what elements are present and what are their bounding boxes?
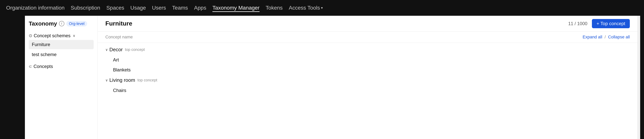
nav-users[interactable]: Users bbox=[152, 4, 166, 12]
concept-row-living-room[interactable]: ∨ Living room top concept bbox=[98, 75, 638, 85]
concepts-label: Concepts bbox=[34, 64, 53, 69]
divider: / bbox=[604, 35, 606, 40]
nav-organization-information[interactable]: Organization information bbox=[6, 4, 64, 12]
concept-row-decor[interactable]: ∨ Decor top concept bbox=[98, 44, 638, 55]
add-top-concept-button[interactable]: + Top concept bbox=[592, 19, 630, 28]
expand-all-button[interactable]: Expand all bbox=[582, 35, 602, 40]
collapse-all-button[interactable]: Collapse all bbox=[608, 35, 630, 40]
concept-row-blankets[interactable]: Blankets bbox=[98, 65, 638, 75]
top-concept-badge-living-room: top concept bbox=[137, 78, 157, 82]
nav-taxonomy-manager[interactable]: Taxonomy Manager bbox=[212, 4, 260, 12]
concept-row-chairs[interactable]: Chairs bbox=[98, 85, 638, 95]
concept-schemes-section: ⊙ Concept schemes ∨ Furniture test schem… bbox=[29, 32, 94, 59]
top-concept-badge-decor: top concept bbox=[125, 47, 144, 52]
main-content: Furniture 11 / 1000 + Top concept Concep… bbox=[98, 16, 638, 139]
concept-name-label: Concept name bbox=[105, 35, 133, 40]
nav-tokens[interactable]: Tokens bbox=[266, 4, 283, 12]
nav-access-tools[interactable]: Access Tools ▾ bbox=[289, 4, 323, 12]
chevron-down-icon: ∨ bbox=[105, 78, 108, 82]
concepts-section-header[interactable]: ⊂ Concepts bbox=[29, 62, 94, 71]
concept-schemes-label: Concept schemes bbox=[34, 33, 70, 38]
expand-collapse-controls: Expand all / Collapse all bbox=[582, 35, 630, 40]
org-level-badge: Org-level bbox=[66, 21, 87, 27]
top-nav: Organization information Subscription Sp… bbox=[0, 0, 644, 16]
info-icon[interactable]: i bbox=[59, 21, 64, 26]
chevron-down-icon: ∨ bbox=[73, 34, 75, 38]
concepts-icon: ⊂ bbox=[29, 64, 32, 69]
concept-schemes-icon: ⊙ bbox=[29, 33, 32, 38]
header-right: 11 / 1000 + Top concept bbox=[568, 19, 630, 28]
concept-schemes-header[interactable]: ⊙ Concept schemes ∨ bbox=[29, 32, 94, 40]
chevron-down-icon: ▾ bbox=[321, 6, 323, 10]
chevron-down-icon: ∨ bbox=[105, 48, 108, 52]
nav-teams[interactable]: Teams bbox=[172, 4, 188, 12]
nav-spaces[interactable]: Spaces bbox=[106, 4, 124, 12]
nav-subscription[interactable]: Subscription bbox=[71, 4, 100, 12]
app-layout: Taxonomy i Org-level ⊙ Concept schemes ∨… bbox=[0, 16, 644, 139]
main-header: Furniture 11 / 1000 + Top concept bbox=[98, 16, 638, 32]
concept-label-art: Art bbox=[113, 57, 119, 63]
right-black-strip bbox=[640, 16, 644, 139]
sidebar-header: Taxonomy i Org-level bbox=[29, 20, 94, 27]
nav-usage[interactable]: Usage bbox=[130, 4, 146, 12]
left-black-strip bbox=[0, 16, 25, 139]
nav-apps[interactable]: Apps bbox=[194, 4, 206, 12]
sidebar: Taxonomy i Org-level ⊙ Concept schemes ∨… bbox=[25, 16, 98, 139]
concept-list-header: Concept name Expand all / Collapse all bbox=[98, 32, 638, 43]
concept-label-living-room: Living room bbox=[110, 77, 135, 83]
sidebar-item-test-scheme[interactable]: test scheme bbox=[29, 50, 94, 59]
concept-list: ∨ Decor top concept Art Blankets ∨ Livin… bbox=[98, 43, 638, 139]
concept-label-chairs: Chairs bbox=[113, 88, 126, 93]
sidebar-item-furniture[interactable]: Furniture bbox=[29, 40, 94, 49]
main-title: Furniture bbox=[105, 20, 132, 27]
concept-label-blankets: Blankets bbox=[113, 67, 131, 73]
scrollbar[interactable] bbox=[638, 16, 640, 139]
sidebar-title: Taxonomy bbox=[29, 20, 57, 27]
concept-row-art[interactable]: Art bbox=[98, 55, 638, 65]
concept-count: 11 / 1000 bbox=[568, 21, 587, 26]
concept-label-decor: Decor bbox=[110, 47, 122, 53]
